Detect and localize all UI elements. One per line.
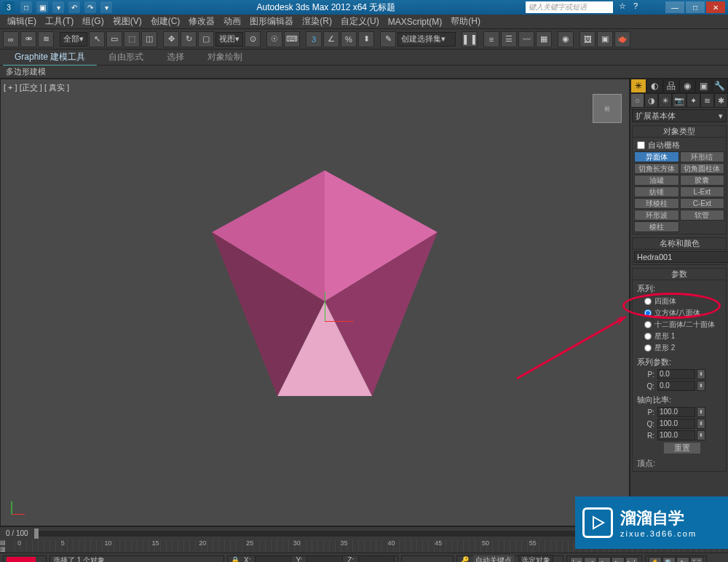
select-name-icon[interactable]: ▭ [106,31,122,47]
rp-value[interactable]: 100.0 [657,407,695,417]
tab-display-icon[interactable]: ▣ [695,79,711,93]
nav-zoom-icon[interactable]: 🔍 [662,557,676,563]
menu-create[interactable]: 创建(C) [146,15,185,28]
tab-motion-icon[interactable]: ◉ [679,79,695,93]
menu-modifiers[interactable]: 修改器 [184,15,219,28]
btn-hedra[interactable]: 异面体 [634,151,679,162]
track-mini2-icon[interactable]: ▥ [0,546,15,553]
scale-icon[interactable]: ▢ [198,31,214,47]
menu-maxscript[interactable]: MAXScript(M) [384,17,447,27]
align-icon[interactable]: ≡ [483,31,499,47]
minimize-button[interactable]: — [665,1,684,13]
rq-value[interactable]: 100.0 [657,419,695,429]
menu-rendering[interactable]: 渲染(R) [298,15,336,28]
layers-icon[interactable]: ☰ [501,31,517,47]
open-icon[interactable]: ▣ [36,1,48,13]
menu-tools[interactable]: 工具(T) [41,15,78,28]
curve-editor-icon[interactable]: 〰 [518,31,534,47]
pivot-icon[interactable]: ⊙ [245,31,261,47]
render-frame-icon[interactable]: ▣ [597,31,613,47]
close-button[interactable]: ✕ [706,1,725,13]
nav-max-icon[interactable]: ⛶ [690,557,703,563]
select-icon[interactable]: ↖ [89,31,105,47]
menu-help[interactable]: 帮助(H) [446,15,485,28]
hedra-object[interactable] [197,170,452,425]
snap-icon[interactable]: 3 [306,31,322,47]
p-spinner[interactable]: ⬍ [697,369,705,379]
rollout-head-namecolor[interactable]: 名称和颜色 [633,238,726,250]
geometry-category[interactable]: 扩展基本体▾ [632,109,727,122]
new-icon[interactable]: □ [20,1,32,13]
subtab-lights-icon[interactable]: ☀ [658,93,672,108]
qat-more-icon[interactable]: ▾ [100,1,112,13]
manip-icon[interactable]: ☉ [266,31,282,47]
save-icon[interactable]: ▾ [52,1,64,13]
unlink-icon[interactable]: ⚮ [20,31,36,47]
render-icon[interactable]: 🫖 [614,31,630,47]
q-spinner[interactable]: ⬍ [697,381,705,391]
btn-chamferbox[interactable]: 切角长方体 [634,163,679,174]
radio-cubeocta[interactable] [644,309,652,317]
render-setup-icon[interactable]: 🖼 [579,31,596,47]
select-rect-icon[interactable]: ⬚ [124,31,140,47]
menu-animation[interactable]: 动画 [219,15,245,28]
subtab-shapes-icon[interactable]: ◑ [644,93,658,108]
radio-tetra[interactable] [644,298,652,305]
z-input[interactable] [358,555,395,563]
reset-button[interactable]: 重置 [664,443,700,454]
mirror-icon[interactable]: ▌▐ [462,31,478,47]
tab-modify-icon[interactable]: ◐ [646,79,662,93]
ref-coord[interactable]: 视图 ▾ [215,32,243,47]
radio-dodecicosa[interactable] [644,321,652,328]
tab-objectpaint[interactable]: 对象绘制 [196,50,254,65]
track-mini1-icon[interactable]: ▤ [0,539,15,546]
tab-selection[interactable]: 选择 [155,50,196,65]
menu-edit[interactable]: 编辑(E) [3,15,41,28]
window-crossing-icon[interactable]: ◫ [141,31,157,47]
redo-icon[interactable]: ↷ [84,1,96,13]
tab-create-icon[interactable]: ✳ [630,79,646,93]
play-prev-icon[interactable]: ◀ [584,557,597,563]
menu-customize[interactable]: 自定义(U) [336,15,384,28]
play-end-icon[interactable]: ▶| [625,557,638,563]
subtab-spacewarps-icon[interactable]: ≋ [700,93,714,108]
viewport-label[interactable]: [ + ] [正交 ] [ 真实 ] [4,82,69,93]
btn-cext[interactable]: C-Ext [680,198,725,209]
btn-gengon[interactable]: 球棱柱 [634,198,679,209]
key-lock-icon[interactable]: 🔑 [460,556,469,562]
radio-star2[interactable] [644,344,652,352]
btn-capsule[interactable]: 胶囊 [680,175,725,186]
p-value[interactable]: 0.0 [657,369,695,379]
autogrid-checkbox[interactable] [637,141,645,149]
btn-lext[interactable]: L-Ext [680,186,725,197]
rp-spinner[interactable]: ⬍ [697,407,705,417]
subtab-helpers-icon[interactable]: ✦ [687,93,700,108]
spinner-snap-icon[interactable]: ⬍ [358,31,374,47]
rollout-head-objtype[interactable]: 对象类型 [633,126,726,138]
tab-hierarchy-icon[interactable]: 品 [663,79,679,93]
play-next-icon[interactable]: ▶ [612,557,625,563]
help-icon[interactable]: ☆ [619,1,630,13]
y-input[interactable] [306,555,343,563]
selection-filter[interactable]: 全部 ▾ [60,32,87,47]
q-value[interactable]: 0.0 [657,381,695,391]
tab-utilities-icon[interactable]: 🔧 [712,79,728,93]
btn-ringwave[interactable]: 环形波 [634,210,679,221]
time-thumb[interactable] [34,529,39,539]
help-search[interactable]: 键入关键字或短语 [526,1,613,13]
subtab-geometry-icon[interactable]: ○ [630,93,644,108]
undo-icon[interactable]: ↶ [68,1,80,13]
play-start-icon[interactable]: |◀ [570,557,583,563]
move-icon[interactable]: ✥ [163,31,179,47]
keymode-icon[interactable]: ⌨ [284,31,300,47]
viewport[interactable]: [ + ] [正交 ] [ 真实 ] 前 [0,79,630,526]
btn-prism[interactable]: 棱柱 [634,221,679,232]
btn-chamfercyl[interactable]: 切角圆柱体 [680,163,725,174]
tab-graphite[interactable]: Graphite 建模工具 [3,50,97,66]
bind-icon[interactable]: ≋ [38,31,54,47]
subtab-systems-icon[interactable]: ✱ [714,93,728,108]
autokey-button[interactable]: 自动关键点 [473,555,514,563]
nav-pan-icon[interactable]: ✋ [649,557,662,563]
named-sel-icon[interactable]: ✎ [380,31,396,47]
rotate-icon[interactable]: ↻ [181,31,197,47]
